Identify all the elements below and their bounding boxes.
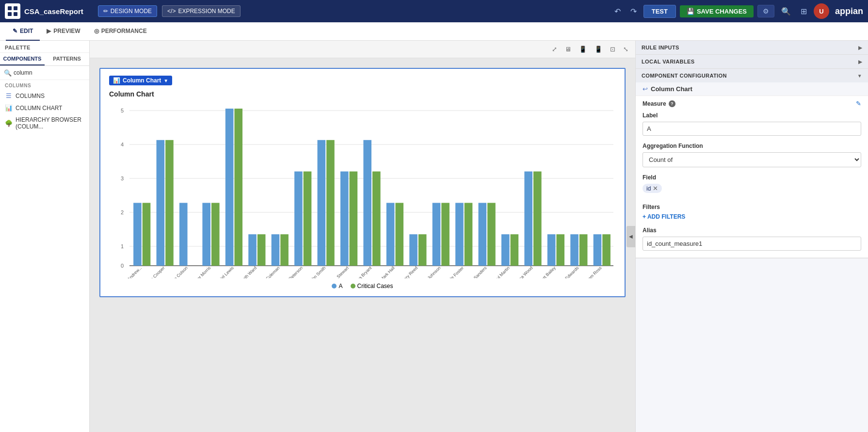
svg-rect-28: [225, 109, 234, 266]
canvas-area: ⤢ 🖥 📱 📱 ⊡ ⤡ 📊 Column Chart ▼ Column Char…: [90, 41, 635, 432]
expression-mode-button[interactable]: </> EXPRESSION MODE: [162, 5, 241, 17]
redo-button[interactable]: ↷: [627, 5, 640, 18]
svg-text:Christopher Morris: Christopher Morris: [183, 265, 212, 278]
small-button[interactable]: ⊡: [607, 44, 618, 54]
undo-button[interactable]: ↶: [611, 5, 624, 18]
main-layout: PALETTE COMPONENTS PATTERNS 🔍 ✕ COLUMNS …: [0, 41, 868, 432]
measure-help-icon[interactable]: ?: [669, 100, 675, 107]
canvas-toolbar: ⤢ 🖥 📱 📱 ⊡ ⤡: [90, 41, 635, 58]
svg-rect-25: [202, 203, 210, 266]
svg-text:Michael Johnson: Michael Johnson: [415, 265, 442, 278]
alias-input[interactable]: [643, 237, 861, 251]
field-tags: id ✕: [643, 184, 861, 197]
component-configuration-header[interactable]: COMPONENT CONFIGURATION ▼: [636, 69, 868, 82]
svg-rect-26: [211, 203, 220, 266]
svg-text:Rebecca Wood: Rebecca Wood: [509, 265, 533, 278]
palette-header: PALETTE: [0, 41, 89, 53]
remove-field-tag-button[interactable]: ✕: [653, 185, 658, 192]
local-variables-header[interactable]: LOCAL VARIABLES ▶: [636, 55, 868, 68]
legend-critical-dot: [351, 284, 355, 288]
svg-rect-73: [570, 234, 579, 266]
component-chip[interactable]: 📊 Column Chart ▼: [109, 76, 172, 85]
svg-rect-56: [441, 203, 450, 266]
chart-svg: 5 4 3 2 1 0 Andrew...Angela CooperArya: [109, 104, 616, 278]
svg-rect-59: [465, 203, 473, 266]
alias-label: Alias: [643, 227, 861, 234]
svg-text:Scott Bailey: Scott Bailey: [537, 265, 557, 278]
legend-a-dot: [332, 284, 337, 288]
svg-text:Elizabeth Ward: Elizabeth Ward: [233, 265, 257, 278]
svg-rect-62: [487, 203, 496, 266]
svg-rect-34: [272, 234, 280, 266]
svg-rect-50: [395, 203, 403, 266]
svg-text:Jessica Peterson: Jessica Peterson: [277, 265, 304, 278]
svg-rect-67: [524, 172, 532, 266]
add-filters-button[interactable]: + ADD FILTERS: [643, 213, 685, 220]
tab-preview[interactable]: ▶ PREVIEW: [40, 22, 87, 41]
svg-text:Mark Hall: Mark Hall: [379, 265, 396, 278]
component-type-row: ↩ Column Chart: [636, 82, 868, 96]
svg-text:5: 5: [121, 108, 124, 113]
measure-label: Measure ?: [643, 100, 675, 107]
tab-patterns[interactable]: PATTERNS: [45, 53, 89, 65]
aggregation-select[interactable]: Count of Sum of Average of Min of Max of: [643, 152, 861, 167]
component-type-icon: ↩: [643, 85, 648, 93]
svg-text:Angela Cooper: Angela Cooper: [142, 265, 166, 278]
svg-text:Kevin Stewart: Kevin Stewart: [327, 265, 350, 278]
fit-button[interactable]: ⤢: [549, 44, 560, 54]
legend-critical: Critical Cases: [351, 283, 393, 289]
avatar[interactable]: U: [814, 3, 829, 19]
test-button[interactable]: TEST: [643, 5, 676, 18]
svg-rect-58: [455, 203, 464, 266]
svg-text:Stephen Edwards: Stephen Edwards: [552, 265, 580, 278]
svg-rect-16: [133, 203, 142, 266]
svg-rect-17: [143, 203, 151, 266]
chart-icon: 📊: [113, 77, 120, 84]
chip-dropdown-icon: ▼: [163, 78, 168, 83]
tab-edit[interactable]: ✎ EDIT: [6, 22, 40, 41]
tablet-button[interactable]: 📱: [576, 44, 590, 54]
rule-inputs-header[interactable]: RULE INPUTS ▶: [636, 41, 868, 54]
svg-text:Daniel Lewis: Daniel Lewis: [214, 265, 235, 278]
measure-edit-icon[interactable]: ✎: [856, 100, 861, 107]
grid-view-button[interactable]: ⊞: [798, 5, 810, 18]
svg-text:William Ross: William Ross: [581, 265, 603, 278]
save-changes-button[interactable]: 💾 SAVE CHANGES: [680, 5, 754, 17]
svg-rect-53: [418, 234, 427, 266]
chart-legend: A Critical Cases: [109, 283, 616, 289]
component-item-columns[interactable]: ☰ COLUMNS: [0, 90, 89, 102]
phone-button[interactable]: 📱: [592, 44, 605, 54]
design-mode-button[interactable]: ✏ DESIGN MODE: [98, 5, 157, 17]
svg-rect-38: [304, 172, 312, 266]
search-input[interactable]: [14, 69, 86, 76]
app-logo-icon: [5, 3, 20, 19]
topbar: CSA_caseReport ✏ DESIGN MODE </> EXPRESS…: [0, 0, 868, 22]
settings-button[interactable]: ⚙: [757, 5, 774, 17]
svg-rect-47: [372, 172, 381, 266]
component-item-column-chart[interactable]: 📊 COLUMN CHART: [0, 102, 89, 114]
local-variables-arrow: ▶: [858, 59, 862, 64]
tab-performance[interactable]: ◎ PERFORMANCE: [87, 22, 154, 41]
tab-bar: ✎ EDIT ▶ PREVIEW ◎ PERFORMANCE: [0, 22, 868, 41]
svg-text:Janet Coleman: Janet Coleman: [257, 265, 281, 278]
alias-field: Alias: [643, 227, 861, 257]
expand-button[interactable]: ⤡: [620, 44, 631, 54]
svg-rect-46: [363, 140, 371, 266]
columns-icon: ☰: [5, 92, 13, 99]
chart-container: 📊 Column Chart ▼ Column Chart 5 4 3 2 1: [99, 68, 626, 297]
svg-rect-76: [594, 234, 602, 266]
component-item-hierarchy-browser[interactable]: 🌳 HIERARCHY BROWSER (COLUM...: [0, 114, 89, 132]
svg-text:Paul Martin: Paul Martin: [492, 265, 511, 278]
field-tag-id: id ✕: [643, 184, 662, 193]
svg-rect-49: [386, 203, 395, 266]
svg-rect-70: [547, 234, 556, 266]
svg-rect-40: [318, 140, 326, 266]
search-icon-button[interactable]: 🔍: [778, 5, 794, 18]
label-input[interactable]: [643, 122, 861, 136]
tab-components[interactable]: COMPONENTS: [0, 53, 45, 65]
collapse-icon: ◀: [629, 234, 633, 239]
svg-rect-43: [340, 172, 349, 266]
desktop-button[interactable]: 🖥: [562, 44, 574, 54]
svg-rect-61: [479, 203, 487, 266]
panel-collapse-handle[interactable]: ◀: [627, 226, 635, 247]
